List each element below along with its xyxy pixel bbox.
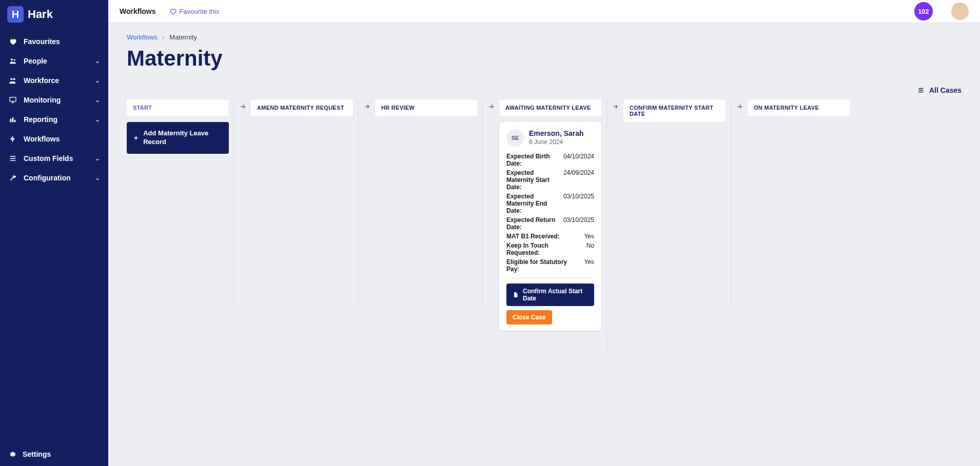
svg-point-1	[14, 59, 15, 60]
sidebar-item-monitoring[interactable]: Monitoring ⌄	[0, 90, 108, 110]
page-title: Maternity	[127, 46, 962, 71]
arrow-right-icon	[736, 103, 743, 110]
column-header: AWAITING MATERNITY LEAVE	[499, 99, 601, 116]
svg-rect-5	[10, 119, 12, 123]
content: Workflows › Maternity Maternity All Case…	[108, 23, 980, 466]
all-cases-button[interactable]: All Cases	[917, 86, 962, 94]
logo[interactable]: H Hark	[0, 0, 108, 32]
close-case-button[interactable]: Close Case	[506, 310, 552, 325]
column-header: CONFIRM MATERNITY START DATE	[623, 99, 726, 122]
column-hr-review: HR REVIEW	[375, 99, 483, 305]
breadcrumb-parent[interactable]: Workflows	[127, 33, 158, 41]
sidebar-nav: Favourites People ⌄ Workforce ⌄	[0, 32, 108, 442]
column-header: HR REVIEW	[375, 99, 477, 116]
arrow-right-icon	[363, 103, 370, 110]
svg-point-3	[13, 78, 15, 80]
list-icon	[8, 154, 17, 163]
sidebar-item-label: Reporting	[24, 115, 89, 124]
column-arrow	[607, 99, 623, 110]
chevron-down-icon: ⌄	[95, 77, 100, 84]
kanban-board[interactable]: START + Add Maternity Leave Record AMEND…	[127, 99, 962, 466]
wrench-icon	[8, 173, 17, 183]
sidebar-item-label: Workflows	[24, 135, 100, 143]
sidebar-item-label: Favourites	[24, 37, 100, 46]
svg-rect-6	[12, 117, 14, 122]
column-header: AMEND MATERNITY REQUEST	[251, 99, 353, 116]
column-awaiting-maternity-leave: AWAITING MATERNITY LEAVE SE Emerson, Sar…	[499, 99, 607, 351]
chevron-down-icon: ⌄	[95, 155, 100, 162]
heart-icon	[8, 37, 17, 46]
case-avatar: SE	[506, 129, 524, 147]
sidebar-item-label: Custom Fields	[24, 154, 89, 163]
list-icon	[917, 87, 925, 94]
sidebar-item-favourites[interactable]: Favourites	[0, 32, 108, 51]
arrow-right-icon	[487, 103, 495, 110]
column-confirm-maternity-start-date: CONFIRM MATERNITY START DATE	[623, 99, 731, 305]
column-header: START	[127, 99, 229, 116]
breadcrumb-current: Maternity	[169, 33, 197, 41]
group-icon	[8, 76, 17, 85]
chart-icon	[8, 115, 17, 124]
document-icon	[513, 292, 519, 298]
column-amend-maternity-request: AMEND MATERNITY REQUEST	[251, 99, 359, 305]
sidebar-item-label: People	[24, 57, 89, 65]
column-arrow	[234, 99, 251, 110]
bolt-icon	[8, 134, 17, 144]
favourite-button[interactable]: Favourite this	[169, 8, 220, 15]
column-on-maternity-leave: ON MATERNITY LEAVE	[748, 99, 855, 305]
svg-rect-7	[14, 120, 16, 123]
heart-outline-icon	[169, 8, 177, 15]
favourite-label: Favourite this	[180, 8, 220, 15]
svg-rect-4	[10, 97, 16, 102]
sidebar: H Hark Favourites People ⌄ Wor	[0, 0, 108, 466]
confirm-action-label: Confirm Actual Start Date	[523, 288, 588, 302]
toolbar-row: All Cases	[127, 86, 962, 94]
topbar: Workflows Favourite this 102	[108, 0, 980, 23]
brand-name: Hark	[28, 8, 53, 21]
column-arrow	[359, 99, 375, 110]
column-header: ON MATERNITY LEAVE	[748, 99, 850, 116]
arrow-right-icon	[239, 103, 246, 110]
sidebar-item-custom-fields[interactable]: Custom Fields ⌄	[0, 149, 108, 168]
sidebar-item-people[interactable]: People ⌄	[0, 51, 108, 71]
sidebar-item-reporting[interactable]: Reporting ⌄	[0, 110, 108, 129]
add-maternity-leave-record-button[interactable]: + Add Maternity Leave Record	[127, 122, 229, 154]
sidebar-item-label: Monitoring	[24, 96, 89, 104]
sidebar-settings[interactable]: Settings	[0, 442, 108, 466]
divider	[506, 278, 594, 278]
sidebar-item-configuration[interactable]: Configuration ⌄	[0, 168, 108, 188]
case-name: Emerson, Sarah	[529, 129, 584, 137]
settings-label: Settings	[23, 450, 51, 458]
confirm-actual-start-date-button[interactable]: Confirm Actual Start Date	[506, 283, 594, 306]
notifications-badge[interactable]: 102	[914, 2, 933, 21]
plus-icon: +	[134, 133, 138, 143]
topbar-title: Workflows	[120, 7, 156, 15]
sidebar-item-label: Configuration	[24, 174, 89, 182]
column-start: START + Add Maternity Leave Record	[127, 99, 234, 305]
case-card[interactable]: SE Emerson, Sarah 6 June 2024 Expected B…	[499, 122, 601, 331]
column-arrow	[731, 99, 748, 110]
gear-icon	[8, 450, 17, 459]
case-date: 6 June 2024	[529, 138, 584, 146]
chevron-down-icon: ⌄	[95, 174, 100, 181]
all-cases-label: All Cases	[929, 86, 962, 94]
sidebar-item-workflows[interactable]: Workflows	[0, 129, 108, 149]
add-record-label: Add Maternity Leave Record	[143, 129, 222, 147]
breadcrumb-separator: ›	[162, 33, 164, 41]
main: Workflows Favourite this 102 Workflows ›…	[108, 0, 980, 466]
breadcrumb: Workflows › Maternity	[127, 33, 962, 41]
user-avatar[interactable]	[951, 3, 969, 20]
logo-mark-icon: H	[7, 6, 24, 23]
svg-point-2	[10, 78, 12, 80]
close-case-label: Close Case	[513, 314, 546, 321]
sidebar-item-label: Workforce	[24, 76, 89, 85]
people-icon	[8, 56, 17, 66]
column-arrow	[483, 99, 499, 110]
arrow-right-icon	[612, 103, 619, 110]
case-fields: Expected Birth Date:04/10/2024 Expected …	[506, 153, 594, 273]
monitor-icon	[8, 95, 17, 105]
sidebar-item-workforce[interactable]: Workforce ⌄	[0, 71, 108, 90]
chevron-down-icon: ⌄	[95, 96, 100, 104]
chevron-down-icon: ⌄	[95, 57, 100, 65]
chevron-down-icon: ⌄	[95, 116, 100, 123]
